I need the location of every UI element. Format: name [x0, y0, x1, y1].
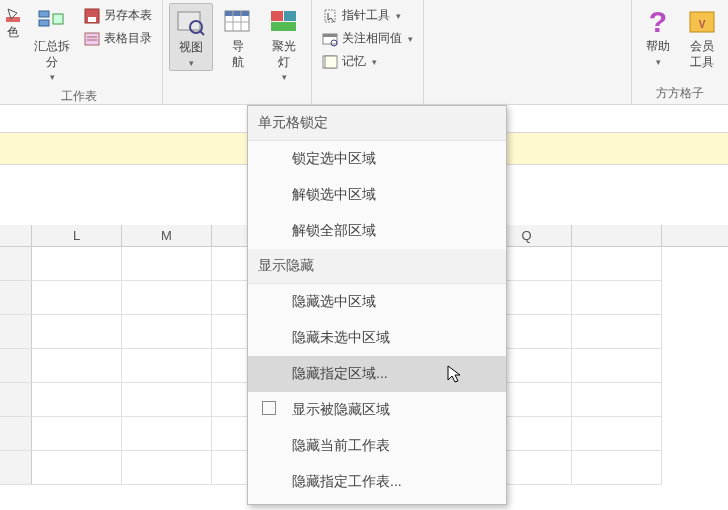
row-header[interactable] — [0, 349, 32, 383]
cell[interactable] — [32, 383, 122, 417]
chevron-down-icon: ▾ — [282, 72, 287, 82]
cell[interactable] — [32, 349, 122, 383]
svg-rect-6 — [85, 33, 99, 45]
grid-icon — [223, 8, 253, 36]
group-label-ffgz: 方方格子 — [656, 81, 704, 104]
cell[interactable] — [32, 417, 122, 451]
svg-rect-25 — [325, 56, 337, 68]
spotlight-label: 聚光 灯 — [272, 39, 296, 70]
menu-hide-unselected[interactable]: 隐藏未选中区域 — [248, 320, 506, 356]
cell[interactable] — [572, 349, 662, 383]
menu-hide-specified-sheet[interactable]: 隐藏指定工作表... — [248, 464, 506, 500]
cell[interactable] — [572, 451, 662, 485]
cell[interactable] — [122, 349, 212, 383]
svg-rect-2 — [39, 20, 49, 26]
menu-show-hidden[interactable]: 显示被隐藏区域 — [248, 392, 506, 428]
checkbox-icon — [262, 401, 276, 415]
question-icon: ? — [649, 5, 667, 39]
bucket-icon — [5, 7, 21, 23]
row-header[interactable] — [0, 315, 32, 349]
cell[interactable] — [122, 383, 212, 417]
svg-rect-19 — [271, 22, 296, 31]
toc-label: 表格目录 — [104, 30, 152, 47]
cell[interactable] — [572, 315, 662, 349]
memory-icon — [322, 54, 338, 70]
save-icon — [84, 8, 100, 24]
svg-rect-3 — [53, 14, 63, 24]
cell[interactable] — [32, 315, 122, 349]
cell[interactable] — [572, 417, 662, 451]
row-header[interactable] — [0, 383, 32, 417]
cell[interactable] — [122, 247, 212, 281]
cell[interactable] — [122, 451, 212, 485]
menu-section-lock: 单元格锁定 — [248, 106, 506, 141]
row-header[interactable] — [0, 417, 32, 451]
menu-hide-specified[interactable]: 隐藏指定区域... — [248, 356, 506, 392]
row-header[interactable] — [0, 451, 32, 485]
toc-icon — [84, 31, 100, 47]
menu-section-showhide: 显示隐藏 — [248, 249, 506, 284]
cell[interactable] — [572, 281, 662, 315]
help-label: 帮助 — [646, 39, 670, 55]
watch-same-button[interactable]: 关注相同值 ▾ — [318, 28, 417, 49]
svg-rect-17 — [271, 11, 283, 21]
color-label: 色 — [7, 25, 19, 41]
chevron-down-icon: ▾ — [372, 57, 377, 67]
col-header[interactable]: M — [122, 225, 212, 246]
save-copy-label: 另存本表 — [104, 7, 152, 24]
cell[interactable] — [122, 281, 212, 315]
menu-unlock-selected[interactable]: 解锁选中区域 — [248, 177, 506, 213]
cell[interactable] — [122, 417, 212, 451]
memory-label: 记忆 — [342, 53, 366, 70]
pointer-tool-button[interactable]: 指针工具 ▾ — [318, 5, 417, 26]
cell[interactable] — [572, 247, 662, 281]
select-all-corner[interactable] — [0, 225, 32, 246]
chevron-down-icon: ▾ — [396, 11, 401, 21]
row-header[interactable] — [0, 247, 32, 281]
sum-split-button[interactable]: 汇总拆 分 ▾ — [28, 3, 76, 84]
chevron-down-icon: ▾ — [189, 58, 194, 68]
pointer-icon — [322, 8, 338, 24]
view-icon — [176, 9, 206, 37]
menu-hide-specified-label: 隐藏指定区域... — [292, 365, 388, 381]
col-header[interactable]: L — [32, 225, 122, 246]
menu-lock-selected[interactable]: 锁定选中区域 — [248, 141, 506, 177]
nav-button[interactable]: 导 航 — [217, 3, 259, 72]
col-header[interactable] — [572, 225, 662, 246]
cell[interactable] — [32, 247, 122, 281]
ribbon: 色 汇总拆 分 ▾ 另存本表 — [0, 0, 728, 105]
vip-icon: V — [688, 8, 716, 36]
menu-hide-selected[interactable]: 隐藏选中区域 — [248, 284, 506, 320]
view-dropdown-menu: 单元格锁定 锁定选中区域 解锁选中区域 解锁全部区域 显示隐藏 隐藏选中区域 隐… — [247, 105, 507, 505]
help-button[interactable]: ? 帮助 ▾ — [638, 3, 678, 69]
view-button[interactable]: 视图 ▾ — [169, 3, 213, 71]
memory-button[interactable]: 记忆 ▾ — [318, 51, 417, 72]
cell[interactable] — [122, 315, 212, 349]
svg-rect-0 — [6, 17, 20, 22]
svg-rect-5 — [88, 17, 96, 22]
spotlight-button[interactable]: 聚光 灯 ▾ — [263, 3, 305, 84]
toc-button[interactable]: 表格目录 — [80, 28, 156, 49]
row-header[interactable] — [0, 281, 32, 315]
watch-icon — [322, 31, 338, 47]
vip-tools-label: 会员 工具 — [690, 39, 714, 70]
color-button[interactable]: 色 — [2, 3, 24, 43]
svg-rect-18 — [284, 11, 296, 21]
cell[interactable] — [572, 383, 662, 417]
chevron-down-icon: ▾ — [50, 72, 55, 82]
view-label: 视图 — [179, 40, 203, 56]
chevron-down-icon: ▾ — [656, 57, 661, 67]
menu-show-hidden-label: 显示被隐藏区域 — [292, 401, 390, 417]
svg-text:V: V — [699, 19, 706, 30]
cell[interactable] — [32, 281, 122, 315]
svg-rect-22 — [323, 34, 337, 37]
nav-label: 导 航 — [232, 39, 244, 70]
spotlight-icon — [269, 8, 299, 36]
vip-tools-button[interactable]: V 会员 工具 — [682, 3, 722, 72]
cursor-icon — [446, 364, 466, 384]
menu-unlock-all[interactable]: 解锁全部区域 — [248, 213, 506, 249]
sum-split-icon — [37, 8, 67, 36]
save-copy-button[interactable]: 另存本表 — [80, 5, 156, 26]
cell[interactable] — [32, 451, 122, 485]
menu-hide-current-sheet[interactable]: 隐藏当前工作表 — [248, 428, 506, 464]
